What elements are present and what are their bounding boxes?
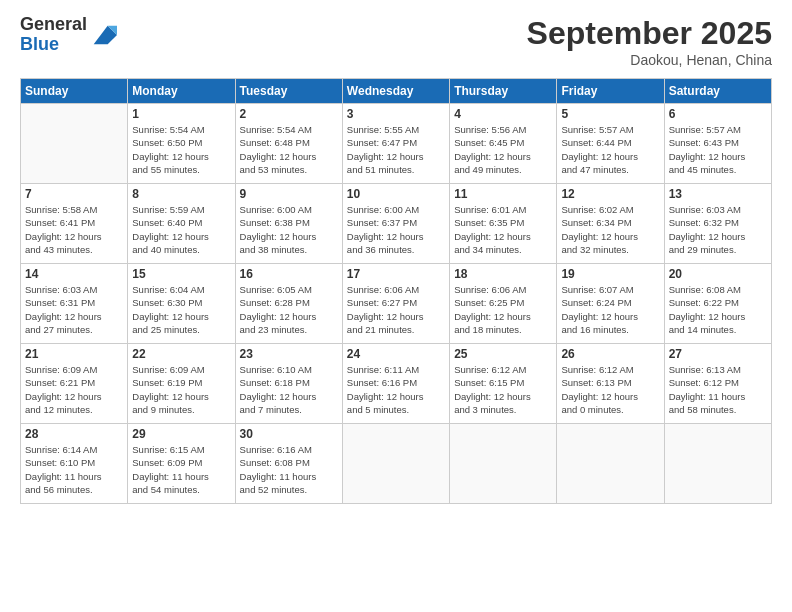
day-number: 13 <box>669 187 767 201</box>
day-number: 25 <box>454 347 552 361</box>
calendar-cell: 26Sunrise: 6:12 AM Sunset: 6:13 PM Dayli… <box>557 344 664 424</box>
week-row-4: 21Sunrise: 6:09 AM Sunset: 6:21 PM Dayli… <box>21 344 772 424</box>
day-number: 11 <box>454 187 552 201</box>
calendar-cell: 13Sunrise: 6:03 AM Sunset: 6:32 PM Dayli… <box>664 184 771 264</box>
calendar-cell: 14Sunrise: 6:03 AM Sunset: 6:31 PM Dayli… <box>21 264 128 344</box>
calendar-cell <box>664 424 771 504</box>
calendar-cell: 17Sunrise: 6:06 AM Sunset: 6:27 PM Dayli… <box>342 264 449 344</box>
calendar-table: Sunday Monday Tuesday Wednesday Thursday… <box>20 78 772 504</box>
calendar-cell <box>342 424 449 504</box>
day-number: 6 <box>669 107 767 121</box>
week-row-2: 7Sunrise: 5:58 AM Sunset: 6:41 PM Daylig… <box>21 184 772 264</box>
location: Daokou, Henan, China <box>527 52 772 68</box>
calendar-cell: 27Sunrise: 6:13 AM Sunset: 6:12 PM Dayli… <box>664 344 771 424</box>
day-info: Sunrise: 6:11 AM Sunset: 6:16 PM Dayligh… <box>347 363 445 416</box>
day-number: 10 <box>347 187 445 201</box>
day-number: 30 <box>240 427 338 441</box>
week-row-1: 1Sunrise: 5:54 AM Sunset: 6:50 PM Daylig… <box>21 104 772 184</box>
day-info: Sunrise: 6:04 AM Sunset: 6:30 PM Dayligh… <box>132 283 230 336</box>
day-number: 22 <box>132 347 230 361</box>
day-info: Sunrise: 6:06 AM Sunset: 6:27 PM Dayligh… <box>347 283 445 336</box>
calendar-cell: 4Sunrise: 5:56 AM Sunset: 6:45 PM Daylig… <box>450 104 557 184</box>
day-number: 21 <box>25 347 123 361</box>
calendar-cell: 19Sunrise: 6:07 AM Sunset: 6:24 PM Dayli… <box>557 264 664 344</box>
calendar-cell: 6Sunrise: 5:57 AM Sunset: 6:43 PM Daylig… <box>664 104 771 184</box>
day-number: 2 <box>240 107 338 121</box>
day-info: Sunrise: 6:09 AM Sunset: 6:21 PM Dayligh… <box>25 363 123 416</box>
calendar-cell: 18Sunrise: 6:06 AM Sunset: 6:25 PM Dayli… <box>450 264 557 344</box>
day-number: 20 <box>669 267 767 281</box>
day-info: Sunrise: 5:57 AM Sunset: 6:44 PM Dayligh… <box>561 123 659 176</box>
weekday-header-row: Sunday Monday Tuesday Wednesday Thursday… <box>21 79 772 104</box>
day-number: 14 <box>25 267 123 281</box>
day-info: Sunrise: 5:55 AM Sunset: 6:47 PM Dayligh… <box>347 123 445 176</box>
day-info: Sunrise: 6:06 AM Sunset: 6:25 PM Dayligh… <box>454 283 552 336</box>
calendar-cell: 5Sunrise: 5:57 AM Sunset: 6:44 PM Daylig… <box>557 104 664 184</box>
day-info: Sunrise: 5:58 AM Sunset: 6:41 PM Dayligh… <box>25 203 123 256</box>
day-number: 4 <box>454 107 552 121</box>
calendar-cell: 1Sunrise: 5:54 AM Sunset: 6:50 PM Daylig… <box>128 104 235 184</box>
day-number: 12 <box>561 187 659 201</box>
day-info: Sunrise: 6:16 AM Sunset: 6:08 PM Dayligh… <box>240 443 338 496</box>
calendar-cell: 3Sunrise: 5:55 AM Sunset: 6:47 PM Daylig… <box>342 104 449 184</box>
day-info: Sunrise: 6:00 AM Sunset: 6:37 PM Dayligh… <box>347 203 445 256</box>
header-saturday: Saturday <box>664 79 771 104</box>
day-number: 24 <box>347 347 445 361</box>
day-info: Sunrise: 6:09 AM Sunset: 6:19 PM Dayligh… <box>132 363 230 416</box>
header: General Blue September 2025 Daokou, Hena… <box>20 15 772 68</box>
header-monday: Monday <box>128 79 235 104</box>
day-number: 7 <box>25 187 123 201</box>
calendar-cell: 25Sunrise: 6:12 AM Sunset: 6:15 PM Dayli… <box>450 344 557 424</box>
calendar-cell: 10Sunrise: 6:00 AM Sunset: 6:37 PM Dayli… <box>342 184 449 264</box>
day-number: 18 <box>454 267 552 281</box>
day-info: Sunrise: 6:03 AM Sunset: 6:31 PM Dayligh… <box>25 283 123 336</box>
page: General Blue September 2025 Daokou, Hena… <box>0 0 792 612</box>
day-info: Sunrise: 5:56 AM Sunset: 6:45 PM Dayligh… <box>454 123 552 176</box>
calendar-cell: 16Sunrise: 6:05 AM Sunset: 6:28 PM Dayli… <box>235 264 342 344</box>
logo-general: General <box>20 15 87 35</box>
calendar-cell: 21Sunrise: 6:09 AM Sunset: 6:21 PM Dayli… <box>21 344 128 424</box>
calendar-cell: 30Sunrise: 6:16 AM Sunset: 6:08 PM Dayli… <box>235 424 342 504</box>
week-row-3: 14Sunrise: 6:03 AM Sunset: 6:31 PM Dayli… <box>21 264 772 344</box>
calendar-cell: 8Sunrise: 5:59 AM Sunset: 6:40 PM Daylig… <box>128 184 235 264</box>
header-tuesday: Tuesday <box>235 79 342 104</box>
day-info: Sunrise: 6:01 AM Sunset: 6:35 PM Dayligh… <box>454 203 552 256</box>
calendar-cell: 15Sunrise: 6:04 AM Sunset: 6:30 PM Dayli… <box>128 264 235 344</box>
day-number: 5 <box>561 107 659 121</box>
day-info: Sunrise: 5:54 AM Sunset: 6:48 PM Dayligh… <box>240 123 338 176</box>
header-friday: Friday <box>557 79 664 104</box>
day-info: Sunrise: 6:10 AM Sunset: 6:18 PM Dayligh… <box>240 363 338 416</box>
day-number: 16 <box>240 267 338 281</box>
day-number: 26 <box>561 347 659 361</box>
day-number: 27 <box>669 347 767 361</box>
day-info: Sunrise: 5:57 AM Sunset: 6:43 PM Dayligh… <box>669 123 767 176</box>
day-info: Sunrise: 5:54 AM Sunset: 6:50 PM Dayligh… <box>132 123 230 176</box>
day-number: 3 <box>347 107 445 121</box>
calendar-cell <box>450 424 557 504</box>
day-info: Sunrise: 6:02 AM Sunset: 6:34 PM Dayligh… <box>561 203 659 256</box>
logo-blue: Blue <box>20 35 87 55</box>
day-info: Sunrise: 6:03 AM Sunset: 6:32 PM Dayligh… <box>669 203 767 256</box>
day-info: Sunrise: 6:14 AM Sunset: 6:10 PM Dayligh… <box>25 443 123 496</box>
calendar-cell: 24Sunrise: 6:11 AM Sunset: 6:16 PM Dayli… <box>342 344 449 424</box>
header-sunday: Sunday <box>21 79 128 104</box>
calendar-cell: 11Sunrise: 6:01 AM Sunset: 6:35 PM Dayli… <box>450 184 557 264</box>
day-info: Sunrise: 6:12 AM Sunset: 6:15 PM Dayligh… <box>454 363 552 416</box>
day-info: Sunrise: 6:15 AM Sunset: 6:09 PM Dayligh… <box>132 443 230 496</box>
day-info: Sunrise: 6:13 AM Sunset: 6:12 PM Dayligh… <box>669 363 767 416</box>
calendar-cell <box>21 104 128 184</box>
day-number: 28 <box>25 427 123 441</box>
day-info: Sunrise: 6:12 AM Sunset: 6:13 PM Dayligh… <box>561 363 659 416</box>
calendar-cell: 20Sunrise: 6:08 AM Sunset: 6:22 PM Dayli… <box>664 264 771 344</box>
week-row-5: 28Sunrise: 6:14 AM Sunset: 6:10 PM Dayli… <box>21 424 772 504</box>
calendar-cell: 2Sunrise: 5:54 AM Sunset: 6:48 PM Daylig… <box>235 104 342 184</box>
day-info: Sunrise: 6:00 AM Sunset: 6:38 PM Dayligh… <box>240 203 338 256</box>
logo-icon <box>89 21 117 49</box>
day-number: 29 <box>132 427 230 441</box>
day-number: 23 <box>240 347 338 361</box>
day-info: Sunrise: 6:07 AM Sunset: 6:24 PM Dayligh… <box>561 283 659 336</box>
calendar-cell: 23Sunrise: 6:10 AM Sunset: 6:18 PM Dayli… <box>235 344 342 424</box>
day-info: Sunrise: 5:59 AM Sunset: 6:40 PM Dayligh… <box>132 203 230 256</box>
calendar-cell: 7Sunrise: 5:58 AM Sunset: 6:41 PM Daylig… <box>21 184 128 264</box>
calendar-cell: 22Sunrise: 6:09 AM Sunset: 6:19 PM Dayli… <box>128 344 235 424</box>
